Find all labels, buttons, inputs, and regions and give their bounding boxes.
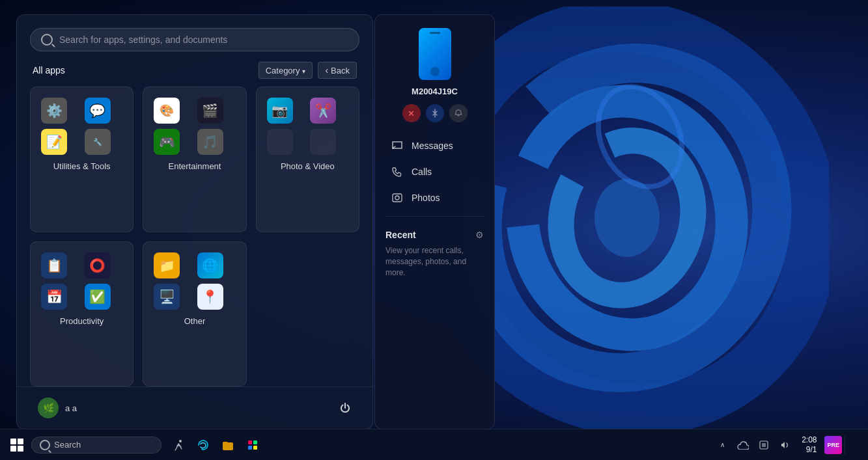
category-button[interactable]: Category (259, 62, 313, 79)
category-tile-photo-video[interactable]: 📷 ✂️ Photo & Video (256, 87, 359, 232)
power-button[interactable] (333, 396, 357, 420)
svg-rect-11 (248, 440, 252, 444)
messages-label: Messages (412, 141, 453, 151)
svg-rect-12 (253, 440, 257, 444)
productivity-label: Productivity (41, 316, 122, 326)
svg-rect-13 (248, 446, 252, 450)
taskbar-store-icon[interactable] (241, 433, 264, 457)
recent-description: View your recent calls, messages, photos… (385, 245, 484, 278)
edge-icon (197, 439, 210, 452)
back-button[interactable]: Back (318, 62, 357, 79)
system-clock[interactable]: 2:08 9/1 (796, 435, 822, 454)
tile-icons: 📋 ⭕ 📅 ✅ (41, 252, 122, 310)
start-menu: Search for apps, settings, and documents… (16, 14, 373, 429)
start-search-icon (41, 34, 53, 46)
category-tile-other[interactable]: 📁 🌐 🖥️ 📍 Other (143, 241, 246, 387)
music-icon: 🎵 (197, 129, 223, 155)
category-tile-entertainment[interactable]: 🎨 🎬 🎮 🎵 Entertainment (143, 87, 246, 232)
messages-menu-item[interactable]: Messages (385, 133, 484, 159)
back-label: Back (331, 66, 350, 75)
taskbar-files-icon[interactable] (216, 433, 240, 457)
sticky-icon: 📝 (41, 129, 67, 155)
file-explorer-icon (221, 439, 234, 452)
all-apps-label: All apps (33, 65, 65, 75)
show-hidden-icons-button[interactable]: ∧ (713, 436, 731, 454)
calls-label: Calls (412, 167, 432, 177)
empty-icon1 (267, 129, 293, 155)
category-tile-productivity[interactable]: 📋 ⭕ 📅 ✅ Productivity (30, 241, 133, 387)
tile-icons: 📁 🌐 🖥️ 📍 (154, 252, 235, 310)
cloud-icon (737, 440, 749, 450)
apps-header: All apps Category Back (17, 59, 372, 87)
calendar-icon: 📅 (41, 284, 67, 310)
onedrive-icon[interactable] (734, 436, 752, 454)
bluetooth-icon[interactable] (426, 104, 444, 122)
user-name: a a (65, 403, 77, 413)
tips-icon: 💬 (85, 98, 111, 124)
taskbar: Search (0, 429, 868, 460)
photos-menu-item[interactable]: Photos (385, 185, 484, 211)
phone-graphic (419, 28, 451, 80)
taskbar-tray: ∧ 2:08 9/1 PRE (708, 435, 868, 454)
start-search-placeholder: Search for apps, settings, and documents (59, 34, 348, 45)
phone-status-icons: ✕ (402, 104, 468, 122)
photos-label: Photos (412, 193, 440, 203)
settings-icon: ⚙️ (41, 98, 67, 124)
taskbar-search[interactable]: Search (31, 437, 161, 453)
phone-menu: Messages Calls Photos (375, 133, 494, 211)
runner-icon (172, 439, 185, 452)
apps-grid: ⚙️ 💬 📝 🔧 Utilities & Tools 🎨 🎬 🎮 🎵 Enter… (17, 87, 372, 386)
recent-title: Recent (385, 230, 416, 240)
messages-icon (391, 139, 404, 152)
entertainment-label: Entertainment (154, 161, 235, 171)
svg-rect-14 (253, 446, 257, 450)
tile-icons: ⚙️ 💬 📝 🔧 (41, 98, 122, 155)
category-label: Category (266, 66, 300, 75)
user-info[interactable]: 🌿 a a (33, 395, 82, 421)
phone-panel: M2004J19C ✕ Messages (374, 14, 495, 429)
user-avatar: 🌿 (38, 398, 59, 418)
wifi-icon (758, 439, 770, 451)
steps-icon: 🔧 (85, 129, 111, 155)
recent-section: Recent ⚙ View your recent calls, message… (375, 222, 494, 278)
other-label: Other (154, 316, 235, 326)
category-tile-utilities[interactable]: ⚙️ 💬 📝 🔧 Utilities & Tools (30, 87, 133, 232)
svg-rect-10 (223, 442, 228, 444)
pc-icon: 🖥️ (154, 284, 180, 310)
svg-point-8 (179, 440, 182, 442)
taskbar-edge-icon[interactable] (191, 433, 215, 457)
tasklist-icon: 📋 (41, 252, 67, 278)
clipchamp-icon: ✂️ (310, 98, 336, 124)
empty-icon2 (310, 129, 336, 155)
tile-icons: 📷 ✂️ (267, 98, 348, 155)
recent-gear-icon[interactable]: ⚙ (475, 230, 484, 240)
insider-badge[interactable]: PRE (824, 436, 842, 454)
taskbar-hero-icon[interactable] (167, 433, 190, 457)
edge-icon: 🌐 (197, 252, 223, 278)
taskbar-search-label: Search (54, 440, 81, 450)
checkbox-icon: ✅ (85, 284, 111, 310)
svg-rect-6 (393, 194, 402, 202)
disconnect-icon[interactable]: ✕ (402, 104, 421, 122)
start-menu-bottom: 🌿 a a (17, 386, 372, 429)
svg-point-4 (595, 179, 660, 257)
movies-icon: 🎬 (197, 98, 223, 124)
start-button[interactable] (5, 433, 29, 457)
utilities-label: Utilities & Tools (41, 161, 122, 171)
volume-icon[interactable] (776, 436, 794, 454)
taskbar-search-icon (40, 440, 50, 450)
chevron-down-icon (302, 66, 305, 75)
network-icon[interactable] (755, 436, 773, 454)
device-name: M2004J19C (412, 87, 458, 96)
calls-menu-item[interactable]: Calls (385, 159, 484, 185)
show-desktop-button[interactable] (845, 436, 863, 454)
insider-badge-text: PRE (827, 442, 839, 448)
clock-time: 2:08 (802, 435, 817, 444)
start-search-bar[interactable]: Search for apps, settings, and documents (30, 28, 359, 51)
power-icon (339, 402, 351, 414)
svg-rect-16 (762, 443, 766, 447)
files-icon: 📁 (154, 252, 180, 278)
calls-icon (391, 165, 404, 178)
notification-icon[interactable] (449, 104, 468, 122)
svg-point-7 (395, 196, 399, 200)
